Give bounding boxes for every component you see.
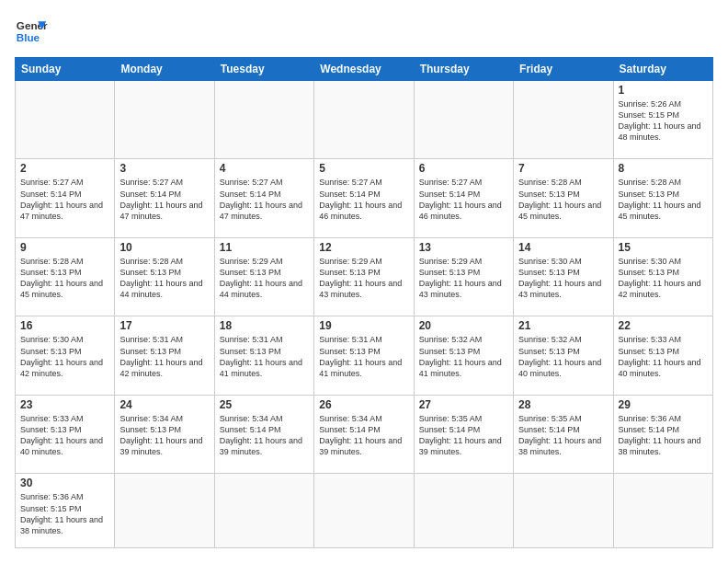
day-info: Sunrise: 5:34 AM Sunset: 5:14 PM Dayligh… <box>220 413 309 458</box>
calendar-cell: 23Sunrise: 5:33 AM Sunset: 5:13 PM Dayli… <box>16 395 115 473</box>
day-number: 10 <box>119 241 209 254</box>
week-row-4: 16Sunrise: 5:30 AM Sunset: 5:13 PM Dayli… <box>16 316 713 395</box>
day-number: 28 <box>518 398 608 411</box>
calendar-cell: 2Sunrise: 5:27 AM Sunset: 5:14 PM Daylig… <box>16 159 115 237</box>
weekday-header-friday: Friday <box>514 58 613 81</box>
calendar-cell: 25Sunrise: 5:34 AM Sunset: 5:14 PM Dayli… <box>214 395 313 473</box>
weekday-header-wednesday: Wednesday <box>314 58 414 81</box>
day-info: Sunrise: 5:32 AM Sunset: 5:13 PM Dayligh… <box>419 334 508 379</box>
day-info: Sunrise: 5:27 AM Sunset: 5:14 PM Dayligh… <box>419 177 508 222</box>
day-number: 22 <box>619 319 708 332</box>
calendar-cell: 5Sunrise: 5:27 AM Sunset: 5:14 PM Daylig… <box>314 159 414 237</box>
calendar-cell <box>214 81 313 159</box>
day-number: 23 <box>20 398 109 411</box>
day-number: 16 <box>20 319 109 332</box>
day-info: Sunrise: 5:34 AM Sunset: 5:13 PM Dayligh… <box>119 413 209 458</box>
day-info: Sunrise: 5:28 AM Sunset: 5:13 PM Dayligh… <box>119 256 209 301</box>
generalblue-logo-icon: General Blue <box>15 15 48 48</box>
calendar-cell: 26Sunrise: 5:34 AM Sunset: 5:14 PM Dayli… <box>314 395 414 473</box>
day-info: Sunrise: 5:35 AM Sunset: 5:14 PM Dayligh… <box>518 413 608 458</box>
day-info: Sunrise: 5:28 AM Sunset: 5:13 PM Dayligh… <box>20 256 109 301</box>
calendar-cell: 27Sunrise: 5:35 AM Sunset: 5:14 PM Dayli… <box>414 395 513 473</box>
calendar-cell <box>314 81 414 159</box>
day-number: 14 <box>518 241 608 254</box>
day-number: 6 <box>419 162 508 175</box>
day-number: 12 <box>319 241 408 254</box>
calendar-cell: 6Sunrise: 5:27 AM Sunset: 5:14 PM Daylig… <box>414 159 513 237</box>
calendar-cell: 17Sunrise: 5:31 AM Sunset: 5:13 PM Dayli… <box>115 316 214 395</box>
day-number: 18 <box>220 319 309 332</box>
day-number: 4 <box>220 162 309 175</box>
day-info: Sunrise: 5:30 AM Sunset: 5:13 PM Dayligh… <box>20 334 109 379</box>
calendar-cell: 30Sunrise: 5:36 AM Sunset: 5:15 PM Dayli… <box>16 474 115 548</box>
day-number: 8 <box>619 162 708 175</box>
page: General Blue SundayMondayTuesdayWednesda… <box>0 0 728 563</box>
calendar-cell: 11Sunrise: 5:29 AM Sunset: 5:13 PM Dayli… <box>214 237 313 316</box>
day-number: 24 <box>119 398 209 411</box>
day-number: 9 <box>20 241 109 254</box>
calendar-cell: 3Sunrise: 5:27 AM Sunset: 5:14 PM Daylig… <box>115 159 214 237</box>
day-number: 29 <box>619 398 708 411</box>
weekday-header-sunday: Sunday <box>16 58 115 81</box>
calendar-cell <box>514 474 613 548</box>
calendar-cell <box>115 474 214 548</box>
day-number: 1 <box>619 84 708 97</box>
day-number: 19 <box>319 319 408 332</box>
svg-text:Blue: Blue <box>17 31 40 43</box>
weekday-header-thursday: Thursday <box>414 58 513 81</box>
day-number: 30 <box>20 477 109 489</box>
day-info: Sunrise: 5:31 AM Sunset: 5:13 PM Dayligh… <box>119 334 209 379</box>
day-number: 21 <box>518 319 608 332</box>
calendar-cell <box>414 474 513 548</box>
week-row-3: 9Sunrise: 5:28 AM Sunset: 5:13 PM Daylig… <box>16 237 713 316</box>
calendar-cell: 24Sunrise: 5:34 AM Sunset: 5:13 PM Dayli… <box>115 395 214 473</box>
calendar-cell: 7Sunrise: 5:28 AM Sunset: 5:13 PM Daylig… <box>514 159 613 237</box>
day-info: Sunrise: 5:36 AM Sunset: 5:14 PM Dayligh… <box>619 413 708 458</box>
week-row-2: 2Sunrise: 5:27 AM Sunset: 5:14 PM Daylig… <box>16 159 713 237</box>
day-info: Sunrise: 5:29 AM Sunset: 5:13 PM Dayligh… <box>319 256 408 301</box>
weekday-header-saturday: Saturday <box>613 58 712 81</box>
calendar-cell <box>115 81 214 159</box>
day-info: Sunrise: 5:28 AM Sunset: 5:13 PM Dayligh… <box>518 177 608 222</box>
day-info: Sunrise: 5:36 AM Sunset: 5:15 PM Dayligh… <box>20 491 109 536</box>
calendar-cell: 22Sunrise: 5:33 AM Sunset: 5:13 PM Dayli… <box>613 316 712 395</box>
weekday-header-row: SundayMondayTuesdayWednesdayThursdayFrid… <box>16 58 713 81</box>
day-info: Sunrise: 5:29 AM Sunset: 5:13 PM Dayligh… <box>220 256 309 301</box>
week-row-1: 1Sunrise: 5:26 AM Sunset: 5:15 PM Daylig… <box>16 81 713 159</box>
calendar-cell <box>214 474 313 548</box>
calendar-cell: 20Sunrise: 5:32 AM Sunset: 5:13 PM Dayli… <box>414 316 513 395</box>
day-number: 25 <box>220 398 309 411</box>
day-info: Sunrise: 5:31 AM Sunset: 5:13 PM Dayligh… <box>220 334 309 379</box>
day-number: 15 <box>619 241 708 254</box>
day-number: 2 <box>20 162 109 175</box>
day-info: Sunrise: 5:35 AM Sunset: 5:14 PM Dayligh… <box>419 413 508 458</box>
day-number: 20 <box>419 319 508 332</box>
day-info: Sunrise: 5:30 AM Sunset: 5:13 PM Dayligh… <box>619 256 708 301</box>
day-info: Sunrise: 5:27 AM Sunset: 5:14 PM Dayligh… <box>319 177 408 222</box>
day-info: Sunrise: 5:28 AM Sunset: 5:13 PM Dayligh… <box>619 177 708 222</box>
day-info: Sunrise: 5:32 AM Sunset: 5:13 PM Dayligh… <box>518 334 608 379</box>
day-info: Sunrise: 5:33 AM Sunset: 5:13 PM Dayligh… <box>20 413 109 458</box>
day-number: 7 <box>518 162 608 175</box>
day-info: Sunrise: 5:31 AM Sunset: 5:13 PM Dayligh… <box>319 334 408 379</box>
day-info: Sunrise: 5:26 AM Sunset: 5:15 PM Dayligh… <box>619 98 708 144</box>
day-info: Sunrise: 5:27 AM Sunset: 5:14 PM Dayligh… <box>20 177 109 222</box>
calendar-cell: 8Sunrise: 5:28 AM Sunset: 5:13 PM Daylig… <box>613 159 712 237</box>
day-number: 26 <box>319 398 408 411</box>
calendar-cell: 13Sunrise: 5:29 AM Sunset: 5:13 PM Dayli… <box>414 237 513 316</box>
calendar-cell: 4Sunrise: 5:27 AM Sunset: 5:14 PM Daylig… <box>214 159 313 237</box>
calendar-cell: 12Sunrise: 5:29 AM Sunset: 5:13 PM Dayli… <box>314 237 414 316</box>
calendar-cell <box>514 81 613 159</box>
calendar-cell: 21Sunrise: 5:32 AM Sunset: 5:13 PM Dayli… <box>514 316 613 395</box>
day-number: 11 <box>220 241 309 254</box>
calendar-cell <box>613 474 712 548</box>
weekday-header-monday: Monday <box>115 58 214 81</box>
day-number: 5 <box>319 162 408 175</box>
day-number: 3 <box>119 162 209 175</box>
calendar-cell <box>16 81 115 159</box>
logo: General Blue <box>15 15 48 48</box>
day-info: Sunrise: 5:30 AM Sunset: 5:13 PM Dayligh… <box>518 256 608 301</box>
day-info: Sunrise: 5:27 AM Sunset: 5:14 PM Dayligh… <box>119 177 209 222</box>
week-row-6: 30Sunrise: 5:36 AM Sunset: 5:15 PM Dayli… <box>16 474 713 548</box>
calendar-cell: 15Sunrise: 5:30 AM Sunset: 5:13 PM Dayli… <box>613 237 712 316</box>
